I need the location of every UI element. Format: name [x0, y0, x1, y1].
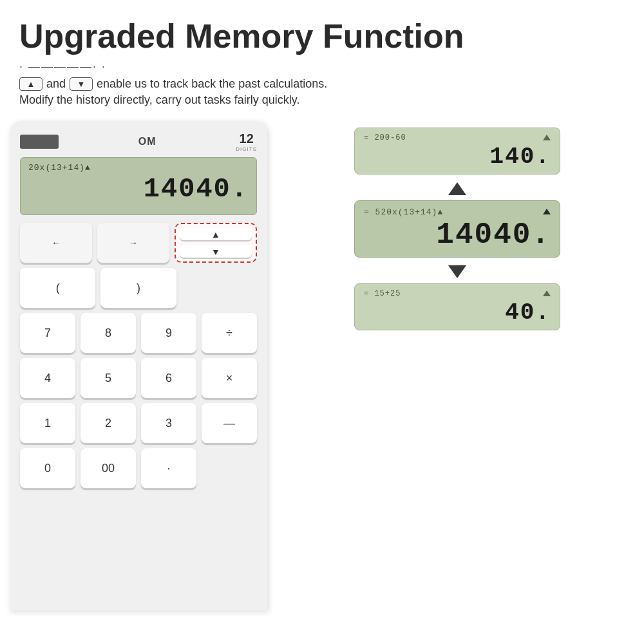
middle-display-triangle [543, 209, 551, 214]
button-5[interactable]: 5 [80, 358, 136, 398]
calc-row-4: 4 5 6 × [20, 358, 257, 398]
and-text: and [46, 77, 66, 91]
header-section: Upgraded Memory Function · —————· · ▲ an… [0, 0, 644, 115]
mini-display-middle-formula: = 520x(13+14)▲ [364, 207, 443, 217]
calculator-body: OM 12 DIGITS 20x(13+14)▲ 14040. ← → ▲ [10, 121, 267, 611]
up-button[interactable]: ▲ [180, 228, 252, 240]
button-00[interactable]: 00 [80, 448, 136, 488]
mini-display-bottom-result: 40. [364, 299, 551, 326]
button-6[interactable]: 6 [141, 358, 196, 398]
calc-display-formula: 20x(13+14)▲ [28, 163, 249, 173]
bottom-display-triangle [543, 290, 551, 296]
calculator-wrapper: OM 12 DIGITS 20x(13+14)▲ 14040. ← → ▲ [0, 115, 277, 617]
mini-display-top-formula: = 200-60 [364, 133, 406, 142]
arrow-down-between-displays [448, 265, 466, 278]
description-line2: Modify the history directly, carry out t… [19, 93, 625, 107]
button-7[interactable]: 7 [20, 313, 75, 353]
down-button[interactable]: ▼ [180, 245, 252, 258]
button-8[interactable]: 8 [80, 313, 136, 353]
button-subtract[interactable]: — [202, 403, 257, 443]
close-paren-button[interactable]: ) [100, 268, 176, 308]
calc-row-3: 7 8 9 ÷ [20, 313, 257, 353]
button-4[interactable]: 4 [20, 358, 75, 398]
calc-display-result: 14040. [28, 174, 249, 205]
mini-display-middle-result: 14040. [364, 218, 551, 252]
calc-digits-num: 12 [236, 131, 257, 146]
calc-brand: OM [138, 136, 156, 147]
calc-top-bar: OM 12 DIGITS [20, 131, 257, 152]
button-decimal[interactable]: · [141, 448, 196, 488]
button-2[interactable]: 2 [80, 403, 136, 443]
top-display-triangle [543, 135, 551, 140]
button-3[interactable]: 3 [141, 403, 196, 443]
mini-display-bottom-formula: = 15+25 [364, 289, 401, 298]
mini-display-bottom: = 15+25 40. [354, 283, 560, 330]
mini-display-top: = 200-60 140. [354, 128, 560, 175]
description-row-1: ▲ and ▼ enable us to track back the past… [19, 77, 625, 91]
up-down-container: ▲ ▼ [175, 223, 257, 263]
mini-display-top-result: 140. [364, 144, 551, 170]
up-button-indicator: ▲ [19, 77, 43, 91]
arrow-up-between-displays [448, 182, 466, 195]
button-9[interactable]: 9 [141, 313, 196, 353]
solar-panel [20, 135, 59, 149]
divider: · —————· · [19, 60, 625, 73]
calc-row-6: 0 00 · [20, 448, 257, 488]
calc-row-5: 1 2 3 — [20, 403, 257, 443]
right-arrow-button[interactable]: → [97, 223, 169, 263]
right-panel: = 200-60 140. = 520x(13+14)▲ 14040. = 15… [277, 115, 644, 617]
calc-digits-label: 12 DIGITS [236, 131, 257, 152]
calc-buttons: ← → ▲ ▼ ( ) 7 8 9 [20, 223, 257, 488]
button-1[interactable]: 1 [20, 403, 75, 443]
mini-display-middle: = 520x(13+14)▲ 14040. [354, 200, 560, 258]
button-divide[interactable]: ÷ [202, 313, 257, 353]
calc-row-2: ( ) [20, 268, 257, 308]
open-paren-button[interactable]: ( [20, 268, 95, 308]
calc-row-1: ← → ▲ ▼ [20, 223, 257, 263]
description-part2: enable us to track back the past calcula… [97, 77, 327, 91]
left-arrow-button[interactable]: ← [20, 223, 92, 263]
button-0[interactable]: 0 [20, 448, 75, 488]
button-multiply[interactable]: × [202, 358, 257, 398]
calc-digits-text: DIGITS [236, 146, 257, 152]
page-title: Upgraded Memory Function [19, 18, 625, 55]
main-content: OM 12 DIGITS 20x(13+14)▲ 14040. ← → ▲ [0, 115, 644, 617]
down-button-indicator: ▼ [70, 77, 93, 91]
calc-display: 20x(13+14)▲ 14040. [20, 157, 257, 215]
